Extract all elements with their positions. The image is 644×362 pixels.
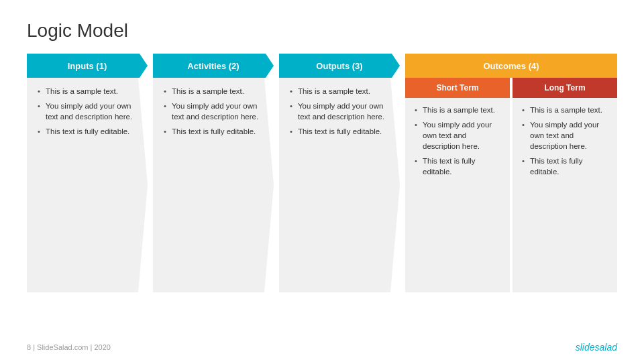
list-item: This text is fully editable. bbox=[36, 126, 138, 137]
body-short-term: This is a sample text. You simply add yo… bbox=[405, 98, 510, 292]
page-title: Logic Model bbox=[27, 20, 617, 42]
footer: 8 | SlideSalad.com | 2020 slidesalad bbox=[27, 342, 617, 353]
list-item: This is a sample text. bbox=[288, 86, 390, 97]
column-activities: Activities (2) This is a sample text. Yo… bbox=[153, 54, 274, 292]
list-item: This text is fully editable. bbox=[413, 156, 502, 177]
list-item: This is a sample text. bbox=[413, 105, 502, 115]
list-item: This is a sample text. bbox=[162, 86, 264, 97]
list-item: This text is fully editable. bbox=[162, 126, 264, 137]
list-inputs: This is a sample text. You simply add yo… bbox=[36, 86, 138, 137]
logic-model: Inputs (1) This is a sample text. You si… bbox=[27, 54, 617, 292]
list-short-term: This is a sample text. You simply add yo… bbox=[413, 105, 502, 178]
body-activities: This is a sample text. You simply add yo… bbox=[153, 78, 274, 292]
column-outputs: Outputs (3) This is a sample text. You s… bbox=[279, 54, 400, 292]
list-item: You simply add your own text and descrip… bbox=[288, 101, 390, 122]
list-item: You simply add your own text and descrip… bbox=[521, 119, 609, 152]
outcomes-bodies: This is a sample text. You simply add yo… bbox=[405, 98, 617, 292]
list-item: This is a sample text. bbox=[521, 105, 609, 115]
list-item: This text is fully editable. bbox=[521, 156, 609, 177]
list-long-term: This is a sample text. You simply add yo… bbox=[521, 105, 609, 178]
short-term-header: Short Term bbox=[405, 78, 510, 98]
body-long-term: This is a sample text. You simply add yo… bbox=[513, 98, 617, 292]
list-outputs: This is a sample text. You simply add yo… bbox=[288, 86, 390, 137]
footer-left: 8 | SlideSalad.com | 2020 bbox=[27, 343, 111, 351]
header-outcomes: Outcomes (4) bbox=[405, 54, 617, 78]
list-item: You simply add your own text and descrip… bbox=[36, 101, 138, 122]
header-activities: Activities (2) bbox=[153, 54, 274, 78]
long-term-col: Long Term bbox=[513, 78, 617, 98]
body-inputs: This is a sample text. You simply add yo… bbox=[27, 78, 148, 292]
body-outputs: This is a sample text. You simply add yo… bbox=[279, 78, 400, 292]
long-term-header: Long Term bbox=[513, 78, 617, 98]
column-inputs: Inputs (1) This is a sample text. You si… bbox=[27, 54, 148, 292]
header-outputs: Outputs (3) bbox=[279, 54, 400, 78]
list-activities: This is a sample text. You simply add yo… bbox=[162, 86, 264, 137]
footer-brand: slidesalad bbox=[576, 342, 617, 353]
slide: Logic Model Inputs (1) This is a sample … bbox=[0, 0, 644, 362]
outcomes-subheaders: Short Term Long Term bbox=[405, 78, 617, 98]
header-inputs: Inputs (1) bbox=[27, 54, 148, 78]
short-term-col: Short Term bbox=[405, 78, 510, 98]
column-outcomes: Outcomes (4) Short Term Long Term Th bbox=[405, 54, 617, 292]
list-item: You simply add your own text and descrip… bbox=[162, 101, 264, 122]
list-item: You simply add your own text and descrip… bbox=[413, 119, 502, 152]
list-item: This text is fully editable. bbox=[288, 126, 390, 137]
list-item: This is a sample text. bbox=[36, 86, 138, 97]
